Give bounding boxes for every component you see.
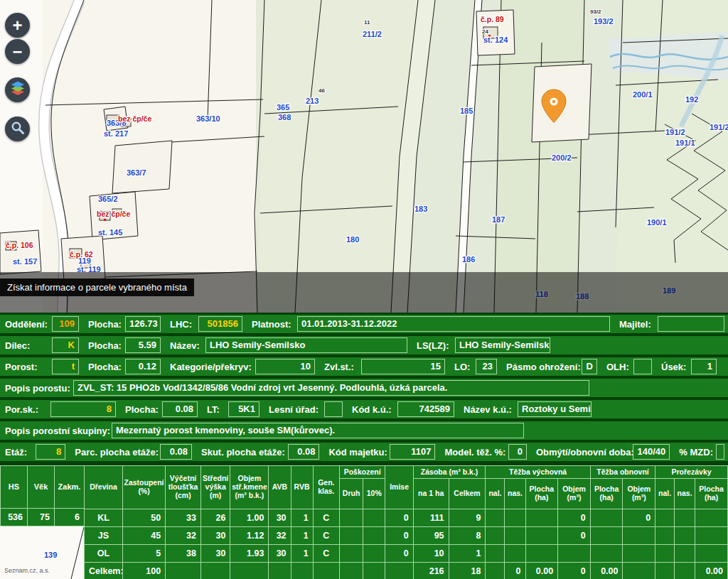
parcel-label: 187: [492, 215, 505, 224]
cell: 50: [122, 509, 165, 527]
cell: [340, 563, 363, 579]
col-header: Těžba výchovná: [486, 466, 590, 479]
cell: 6: [55, 509, 85, 526]
cell: [675, 563, 695, 579]
parc-etaz-value: 0.08: [160, 444, 192, 460]
cell: [623, 545, 655, 563]
col-header: Gen. klas.: [313, 466, 339, 509]
col-header: Plocha (ha): [525, 479, 558, 509]
map-label: 46: [318, 87, 325, 94]
plocha3-value: 0.12: [125, 359, 161, 374]
col-header: Zastoupení (%): [122, 466, 165, 509]
cell: 45: [122, 527, 165, 545]
zoom-in-button[interactable]: +: [5, 13, 30, 38]
kategorie-value: 10: [255, 359, 315, 374]
cell: C: [313, 545, 339, 563]
info-row-dilec: Dílec: K Plocha: 5.59 Název: LHO Semily-…: [0, 336, 728, 355]
cell: [675, 545, 695, 563]
col-header: Prořezávky: [655, 466, 728, 479]
cell: 100: [122, 563, 165, 579]
plus-icon: +: [12, 13, 22, 37]
cell: 0: [558, 509, 591, 527]
col-header: Těžba obnovní: [590, 466, 655, 479]
parcel-label: 185: [460, 107, 473, 115]
col-header: Plocha (ha): [590, 479, 623, 509]
map-attribution[interactable]: Seznam.cz, a.s.: [4, 567, 50, 574]
parcel-label: 186: [462, 255, 475, 264]
platnost-value: 01.01.2013-31.12.2022: [297, 316, 610, 332]
c: 32: [269, 527, 291, 545]
table-row: KL 50 33 26 1.00 30 1 C 0 111 9 0 0: [85, 509, 728, 527]
cell: [363, 563, 385, 579]
nazevku-value: Roztoky u Semil: [518, 401, 592, 417]
zoom-out-button[interactable]: −: [5, 39, 30, 64]
building-label: č.p. 62: [70, 250, 93, 259]
cell: 0.00: [590, 563, 623, 579]
skut-etaz-label: Skut. plocha etáže:: [198, 447, 285, 458]
zvlst-value: 15: [361, 359, 445, 374]
parcel-label: 191/1: [675, 139, 695, 147]
cell: [655, 527, 675, 545]
cell: [363, 509, 385, 527]
cell: 0.00: [525, 563, 558, 579]
cell: [486, 509, 505, 527]
parcel-label: 211/2: [363, 30, 382, 38]
porsk-label: Por.sk.:: [1, 404, 48, 415]
lo-value: 23: [476, 359, 497, 374]
cell: 1: [291, 527, 313, 545]
cell: [525, 527, 558, 545]
cell: 18: [449, 563, 486, 579]
plocha-label: Plocha:: [85, 319, 122, 330]
info-row-porost: Porost: t Plocha: 0.12 Kategorie/překryv…: [0, 357, 728, 376]
pasmo-value: D: [582, 359, 597, 374]
usek-label: Úsek:: [658, 362, 688, 372]
nazev-label: Název:: [166, 340, 203, 351]
cell: 0: [558, 527, 591, 545]
parcel-label: 192: [685, 95, 698, 104]
cell: [655, 545, 675, 563]
plocha5-label: Plocha:: [122, 404, 159, 415]
cell: Celkem:: [85, 563, 123, 579]
cell: [675, 509, 695, 527]
parc-etaz-label: Parc. plocha etáže:: [71, 447, 157, 458]
parcel-label: st. 124: [483, 36, 508, 44]
building-label: č.p. 106: [6, 241, 33, 249]
search-button[interactable]: [5, 117, 30, 141]
platnost-label: Platnost:: [248, 319, 294, 330]
cell: 0: [623, 509, 655, 527]
hs-table: HS Věk Zakm. 536 75 6: [0, 465, 85, 526]
col-header: nal.: [486, 479, 505, 509]
col-header: Objem (m³): [558, 479, 591, 509]
cell: 75: [28, 509, 55, 526]
cell: [200, 563, 230, 579]
cell: 1.00: [230, 509, 269, 527]
col-header: AVB: [269, 466, 291, 509]
cell: 1.93: [230, 545, 269, 563]
app-stage: 11 24 93/2 46 211/2 213 368 365 363/10 3…: [0, 0, 728, 579]
info-row-oddeleni: Oddělení: 109 Plocha: 126.73 LHC: 501856…: [0, 315, 728, 333]
porsk-value: 8: [50, 401, 116, 417]
olh-label: OLH:: [603, 362, 631, 372]
col-header: Zásoba (m³ b.k.): [413, 466, 486, 479]
building-label: č.p. 89: [481, 15, 504, 23]
cell: [525, 509, 558, 527]
cell: [655, 563, 675, 579]
cell: 26: [200, 509, 230, 527]
col-header: Poškození: [340, 466, 385, 479]
plocha3-label: Plocha:: [85, 362, 122, 372]
kod-majetku-value: 1107: [390, 444, 435, 460]
cell: [340, 527, 363, 545]
cell: 1: [291, 545, 313, 563]
parcel-label: 368: [278, 113, 291, 121]
col-header: Výčetní tloušťka (cm): [166, 466, 201, 509]
etaz-label: Etáž:: [1, 447, 33, 458]
cell: [590, 509, 623, 527]
cell: [525, 545, 558, 563]
zvlst-label: Zvl.st.:: [321, 362, 358, 372]
majitel-label: Majitel:: [616, 319, 655, 330]
olh-value: [633, 359, 652, 374]
table-row: OL 5 38 30 1.93 30 1 C 0 10 1: [85, 545, 728, 563]
layers-button[interactable]: [5, 77, 30, 102]
cell: 111: [413, 509, 449, 527]
cell: 1.12: [230, 527, 269, 545]
